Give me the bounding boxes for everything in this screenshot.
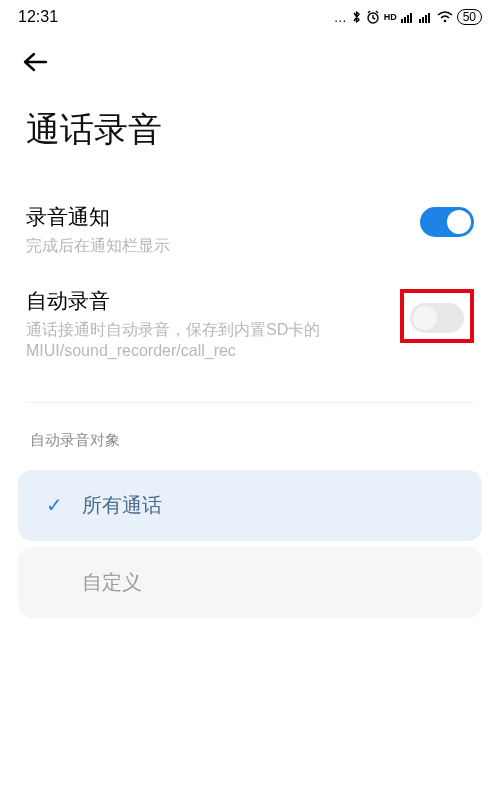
auto-recording-toggle[interactable] [410, 303, 464, 333]
recording-notification-desc: 完成后在通知栏显示 [26, 235, 406, 257]
status-time: 12:31 [18, 8, 58, 26]
option-label: 自定义 [82, 569, 142, 596]
svg-point-9 [443, 20, 446, 23]
recording-notification-title: 录音通知 [26, 203, 406, 231]
highlight-annotation [400, 289, 474, 343]
option-custom[interactable]: ✓ 自定义 [18, 547, 482, 618]
svg-rect-2 [404, 17, 406, 23]
signal-icon-2 [419, 11, 433, 23]
battery-icon: 50 [457, 9, 482, 25]
recording-notification-toggle[interactable] [420, 207, 474, 237]
dots-icon: … [334, 10, 347, 25]
status-icons: … HD 50 [334, 9, 482, 25]
back-button[interactable] [22, 48, 48, 79]
svg-rect-6 [422, 17, 424, 23]
status-bar: 12:31 … HD 50 [0, 0, 500, 30]
svg-rect-4 [410, 13, 412, 23]
bluetooth-icon [351, 10, 362, 24]
setting-auto-recording[interactable]: 自动录音 通话接通时自动录音，保存到内置SD卡的MIUI/sound_recor… [0, 277, 500, 382]
svg-rect-7 [425, 15, 427, 23]
auto-recording-title: 自动录音 [26, 287, 386, 315]
option-label: 所有通话 [82, 492, 162, 519]
option-all-calls[interactable]: ✓ 所有通话 [18, 470, 482, 541]
alarm-icon [366, 10, 380, 24]
svg-rect-5 [419, 19, 421, 23]
check-icon: ✓ [46, 493, 68, 517]
svg-rect-8 [428, 13, 430, 23]
svg-rect-3 [407, 15, 409, 23]
auto-target-header: 自动录音对象 [0, 403, 500, 464]
svg-rect-1 [401, 19, 403, 23]
setting-recording-notification[interactable]: 录音通知 完成后在通知栏显示 [0, 193, 500, 277]
signal-icon-1 [401, 11, 415, 23]
wifi-icon [437, 11, 453, 23]
hd-icon: HD [384, 12, 397, 22]
page-title: 通话录音 [0, 79, 500, 193]
auto-recording-desc: 通话接通时自动录音，保存到内置SD卡的MIUI/sound_recorder/c… [26, 319, 386, 362]
